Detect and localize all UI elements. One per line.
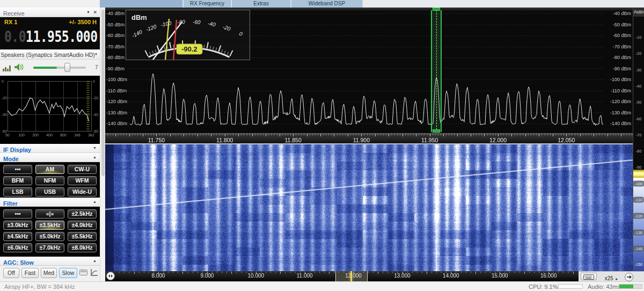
panel-menu-icon[interactable]: ▼ [86, 10, 90, 14]
mode-button-•••[interactable]: ••• [3, 165, 32, 174]
mode-button-wide-u[interactable]: Wide-U [68, 187, 97, 197]
waterfall-display[interactable] [105, 144, 633, 271]
panel-select-icon[interactable] [79, 270, 88, 276]
audio-db-label: -20 [93, 96, 98, 100]
frequency-digits-dim[interactable]: 0.0 [4, 28, 26, 45]
audio-latency-label: Audio: 43ms [588, 283, 620, 290]
scale-db-pill[interactable]: -110 [633, 197, 644, 203]
zoom-level-control[interactable]: x25 ▸ [600, 273, 623, 280]
section-header-mode[interactable]: Mode ▲ [0, 153, 100, 162]
mode-button-bfm[interactable]: BFM [3, 176, 32, 185]
mode-button-am[interactable]: AM [35, 165, 64, 174]
mode-button-wfm[interactable]: WFM [68, 176, 97, 185]
mode-button-usb[interactable]: USB [35, 187, 64, 197]
keyboard-entry-button[interactable] [581, 273, 597, 280]
db-axis-label-left: -50 dBm [106, 22, 125, 27]
section-header-filter[interactable]: Filter ▲ [0, 198, 100, 207]
audio-db-label: -20 [2, 96, 7, 100]
section-header-if-display[interactable]: IF Display ▼ [0, 144, 100, 153]
navigator-left-button[interactable] [106, 272, 115, 280]
volume-value: 7 [95, 64, 98, 70]
scale-db-pill[interactable]: -100 [633, 180, 644, 186]
filter-button-±6.0khz[interactable]: ±6.0kHz [3, 243, 32, 252]
frequency-digits-main[interactable]: 11.955.000 [26, 28, 97, 45]
meter-scale-label: -60 [193, 19, 201, 25]
db-axis-label-left: -130 dBm [106, 110, 125, 115]
scrollbar-thumb[interactable] [101, 10, 105, 176]
filter-button-±5.5khz[interactable]: ±5.5kHz [68, 232, 97, 241]
left-panel-scrollbar[interactable] [100, 8, 105, 281]
mode-button-panel: •••AMCW-UBFMNFMWFMLSBUSBWide-U [0, 162, 100, 198]
receive-panel-header: Receive ▼ ✕ [0, 8, 100, 17]
audio-levels-icon[interactable] [3, 64, 11, 71]
sdr-console-window: RadioRX FrequencyExtrasWideband DSP Rece… [0, 0, 644, 291]
filter-button-±4.0khz[interactable]: ±4.0kHz [68, 221, 97, 230]
filter-button-«|»[interactable]: «|» [35, 209, 64, 219]
agc-button-off[interactable]: Off [3, 268, 19, 278]
agc-button-med[interactable]: Med [41, 268, 57, 278]
filter-button-±3.0khz[interactable]: ±3.0kHz [3, 221, 32, 230]
agc-button-fast[interactable]: Fast [21, 268, 39, 278]
filter-button-±3.5khz[interactable]: ±3.5kHz [35, 221, 64, 230]
filter-button-±7.0khz[interactable]: ±7.0kHz [35, 243, 64, 252]
volume-slider-fill [33, 67, 57, 69]
frequency-display-panel: RX 1 +/- 3500 H 0.011.955.000 [0, 17, 100, 49]
audio-db-label: -60 [2, 129, 7, 133]
audio-db-label: 0 [2, 79, 4, 83]
spectrum-freq-label: 11.800 [216, 137, 233, 143]
filter-button-±4.5khz[interactable]: ±4.5kHz [3, 232, 32, 241]
filter-button-•••[interactable]: ••• [3, 209, 32, 219]
mode-button-nfm[interactable]: NFM [35, 176, 64, 185]
scale-db-label: -40 [636, 83, 642, 88]
agc-button-slow[interactable]: Slow [59, 268, 77, 278]
db-axis-label-left: -120 dBm [106, 99, 125, 104]
filter-button-±8.0khz[interactable]: ±8.0kHz [68, 243, 97, 252]
mode-button-lsb[interactable]: LSB [3, 187, 32, 197]
close-icon[interactable]: ✕ [93, 10, 97, 15]
scale-db-pill[interactable]: -120 [633, 213, 644, 219]
db-axis-label-right: -130 dBm [608, 110, 631, 115]
tab-extras[interactable]: Extras [232, 0, 291, 8]
arrows-icon [106, 272, 115, 280]
db-axis-label-right: -120 dBm [608, 99, 631, 104]
db-axis-label-right: -90 dBm [608, 66, 631, 71]
navigator-freq-label: 12.000 [345, 273, 362, 279]
chevron-down-icon[interactable]: ▼ [93, 146, 97, 150]
navigator-freq-label: 11.000 [297, 273, 313, 279]
scale-db-label: -10 [636, 35, 642, 40]
chevron-up-icon[interactable]: ▲ [93, 155, 97, 159]
scale-db-pill[interactable]: -140 [633, 245, 644, 251]
volume-slider-handle[interactable] [64, 63, 70, 72]
signal-meter: dBm-140-120-100-80-60-40-200-90.2 [126, 10, 250, 60]
tuning-indicator-top-cap[interactable] [433, 8, 440, 11]
chart-icon[interactable] [91, 268, 98, 277]
scale-db-pill[interactable]: -130 [633, 229, 644, 235]
spectrum-freq-label: 11.750 [148, 137, 165, 143]
navigator-right-button[interactable] [625, 273, 633, 281]
scale-db-label: -90 [636, 165, 642, 170]
scale-db-label: -30 [636, 67, 642, 72]
device-info: Airspy HF+, BW = 384 kHz [4, 283, 75, 290]
tuning-indicator[interactable] [431, 10, 442, 132]
filter-button-±5.0khz[interactable]: ±5.0kHz [35, 232, 64, 241]
tuning-indicator-bottom-cap[interactable] [433, 129, 440, 133]
section-header-agc[interactable]: AGC: Slow ▲ [0, 257, 100, 266]
waterfall-auto-button[interactable]: Auto [633, 8, 644, 17]
chevron-up-icon[interactable]: ▲ [93, 200, 97, 203]
tab-rx-frequency[interactable]: RX Frequency [184, 0, 231, 8]
scale-db-label: -60 [636, 116, 642, 121]
audio-latency-fill [619, 285, 633, 288]
audio-device-dropdown[interactable]: Speakers (Synaptics SmartAudio HD) ▼ [0, 49, 100, 60]
scale-db-label: -80 [636, 149, 642, 154]
filter-button-±2.5khz[interactable]: ±2.5kHz [68, 209, 97, 219]
navigator-freq-label: 14.000 [443, 273, 459, 279]
zoom-step-icon[interactable]: ▸ [616, 277, 618, 281]
speaker-icon[interactable] [14, 63, 24, 72]
chevron-up-icon[interactable]: ▲ [93, 259, 97, 263]
mode-button-cw-u[interactable]: CW-U [68, 165, 97, 174]
tab-wideband-dsp[interactable]: Wideband DSP [291, 0, 363, 8]
db-axis-label-right: -100 dBm [608, 77, 631, 82]
meter-scale-label: -40 [207, 20, 216, 28]
frequency-digits[interactable]: 0.011.955.000 [4, 25, 99, 48]
status-bar: Airspy HF+, BW = 384 kHz CPU: 9.1% Audio… [0, 281, 644, 291]
